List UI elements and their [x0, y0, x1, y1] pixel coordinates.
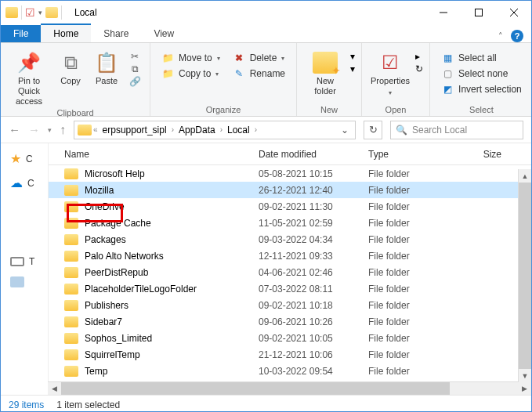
- quick-access-toolbar: ☑ ▾: [1, 5, 67, 20]
- select-all-icon: ▦: [441, 52, 454, 63]
- cut-icon[interactable]: ✂: [131, 51, 139, 62]
- file-type: File folder: [368, 267, 470, 278]
- table-row[interactable]: PlaceholderTileLogoFolder07-03-2022 08:1…: [49, 280, 531, 297]
- file-name: Package Cache: [85, 218, 259, 229]
- file-name: Sophos_Limited: [85, 333, 259, 344]
- copy-path-icon[interactable]: ⧉: [132, 63, 139, 74]
- breadcrumb[interactable]: AppData: [176, 125, 219, 136]
- col-type[interactable]: Type: [368, 149, 470, 160]
- file-type: File folder: [368, 333, 470, 344]
- qat-checkbox-icon[interactable]: ☑: [25, 6, 35, 19]
- move-to-button[interactable]: 📁Move to: [157, 51, 225, 65]
- star-icon: ★: [10, 151, 21, 166]
- file-type: File folder: [368, 366, 470, 377]
- folder-icon: [64, 316, 78, 327]
- onedrive-item[interactable]: ☁C: [10, 175, 34, 190]
- scroll-thumb[interactable]: [519, 183, 531, 369]
- vertical-scrollbar[interactable]: ▲ ▼: [518, 169, 531, 382]
- cloud-icon: ☁: [10, 175, 23, 190]
- back-button[interactable]: ←: [9, 123, 20, 136]
- file-type: File folder: [368, 168, 470, 179]
- quick-access-item[interactable]: ★C: [10, 151, 33, 166]
- group-label: New: [303, 103, 355, 114]
- open-icon[interactable]: ▸: [415, 51, 423, 62]
- paste-shortcut-icon[interactable]: 🔗: [129, 76, 141, 87]
- up-button[interactable]: ↑: [60, 123, 66, 137]
- copy-button[interactable]: ⧉ Copy: [54, 46, 87, 86]
- recent-dropdown[interactable]: ▾: [48, 126, 52, 134]
- table-row[interactable]: Mozilla26-12-2021 12:40File folder: [49, 182, 531, 198]
- folder-icon: [64, 300, 78, 311]
- tab-share[interactable]: Share: [91, 23, 141, 42]
- file-type: File folder: [368, 251, 470, 262]
- invert-selection-button[interactable]: ◩Invert selection: [436, 82, 527, 96]
- table-row[interactable]: Package Cache11-05-2021 02:59File folder: [49, 215, 531, 231]
- help-icon[interactable]: ?: [511, 30, 523, 42]
- pc-icon: [10, 257, 24, 266]
- this-pc-item[interactable]: T: [10, 256, 34, 267]
- table-row[interactable]: Microsoft Help05-08-2021 10:15File folde…: [49, 165, 531, 182]
- file-name: OneDrive: [85, 201, 259, 212]
- properties-icon: ☑: [378, 51, 403, 74]
- new-folder-button[interactable]: New folder: [303, 46, 347, 96]
- select-all-button[interactable]: ▦Select all: [436, 51, 527, 65]
- table-row[interactable]: Packages09-03-2022 04:34File folder: [49, 231, 531, 248]
- scroll-thumb[interactable]: [61, 382, 450, 395]
- table-row[interactable]: OneDrive09-02-2021 11:30File folder: [49, 198, 531, 215]
- folder-icon: [64, 333, 78, 344]
- forward-button[interactable]: →: [28, 123, 40, 136]
- tab-file[interactable]: File: [1, 25, 41, 42]
- file-date: 09-06-2021 10:26: [259, 316, 368, 327]
- horizontal-scrollbar[interactable]: ◀ ▶: [48, 381, 531, 395]
- titlebar: ☑ ▾ Local: [1, 1, 531, 24]
- table-row[interactable]: Temp10-03-2022 09:54File folder: [49, 363, 531, 379]
- ribbon-collapse-icon[interactable]: ˄: [498, 31, 503, 42]
- history-icon[interactable]: ↻: [415, 63, 423, 74]
- file-date: 07-03-2022 08:11: [259, 284, 368, 295]
- scroll-left-icon[interactable]: ◀: [48, 382, 61, 395]
- table-row[interactable]: Sophos_Limited09-02-2021 10:05File folde…: [49, 330, 531, 346]
- address-dropdown-icon[interactable]: ⌄: [338, 125, 352, 136]
- breadcrumb[interactable]: Local: [224, 125, 253, 136]
- table-row[interactable]: Publishers09-02-2021 10:18File folder: [49, 297, 531, 313]
- refresh-button[interactable]: ↻: [364, 121, 382, 139]
- col-size[interactable]: Size: [470, 149, 501, 160]
- file-date: 21-12-2021 10:06: [259, 349, 368, 360]
- scroll-down-icon[interactable]: ▼: [519, 369, 531, 382]
- status-bar: 29 items 1 item selected: [1, 395, 531, 412]
- close-button[interactable]: [496, 1, 531, 24]
- table-row[interactable]: Palo Alto Networks12-11-2021 09:33File f…: [49, 248, 531, 264]
- table-row[interactable]: SquirrelTemp21-12-2021 10:06File folder: [49, 346, 531, 363]
- minimize-button[interactable]: [425, 1, 461, 24]
- breadcrumb[interactable]: erpsupport_sipl: [100, 125, 170, 136]
- selection-info: 1 item selected: [56, 399, 120, 410]
- delete-button[interactable]: ✖Delete: [228, 51, 290, 65]
- new-item-icon[interactable]: ▾: [350, 51, 355, 62]
- pin-icon: 📌: [16, 51, 42, 74]
- file-date: 11-05-2021 02:59: [259, 218, 368, 229]
- tab-view[interactable]: View: [141, 23, 186, 42]
- col-name[interactable]: Name: [64, 149, 259, 160]
- address-bar[interactable]: « erpsupport_sipl› AppData› Local› ⌄: [74, 121, 356, 139]
- file-name: Palo Alto Networks: [85, 251, 259, 262]
- pin-to-quick-access-button[interactable]: 📌 Pin to Quick access: [7, 46, 51, 107]
- drive-item[interactable]: [10, 276, 24, 287]
- properties-button[interactable]: ☑ Properties: [368, 46, 412, 98]
- maximize-button[interactable]: [461, 1, 496, 24]
- rename-button[interactable]: ✎Rename: [228, 67, 290, 81]
- easy-access-icon[interactable]: ▾: [350, 63, 355, 74]
- scroll-right-icon[interactable]: ▶: [518, 382, 531, 395]
- scroll-up-icon[interactable]: ▲: [519, 169, 531, 183]
- tab-home[interactable]: Home: [41, 23, 91, 42]
- paste-button[interactable]: 📋 Paste: [90, 46, 123, 86]
- navigation-pane[interactable]: ★C ☁C T: [1, 143, 48, 381]
- select-none-button[interactable]: ▢Select none: [436, 67, 527, 81]
- qat-overflow-icon[interactable]: ▾: [38, 9, 42, 16]
- table-row[interactable]: PeerDistRepub04-06-2021 02:46File folder: [49, 264, 531, 280]
- column-headers[interactable]: Name Date modified Type Size: [49, 143, 531, 165]
- file-date: 09-02-2021 11:30: [259, 201, 368, 212]
- search-input[interactable]: 🔍 Search Local: [390, 121, 523, 139]
- copy-to-button[interactable]: 📁Copy to: [157, 67, 225, 81]
- col-date[interactable]: Date modified: [259, 149, 368, 160]
- table-row[interactable]: Sidebar709-06-2021 10:26File folder: [49, 313, 531, 330]
